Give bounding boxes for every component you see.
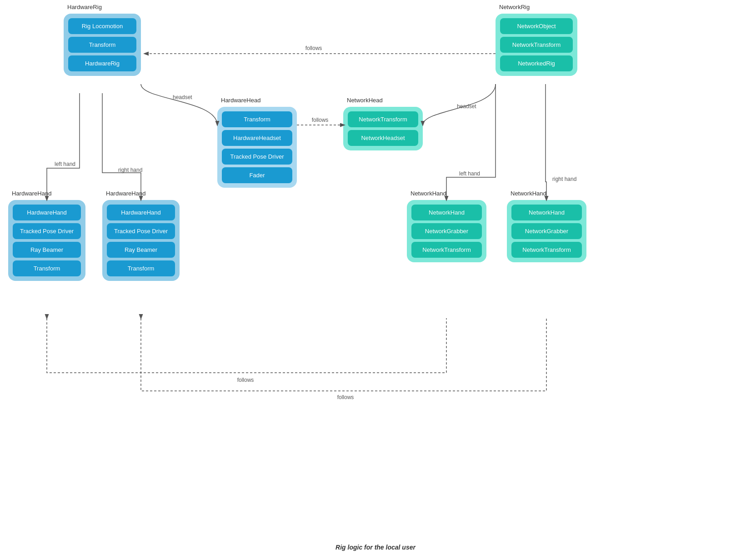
network-hand-left-label: NetworkHand (411, 190, 446, 197)
hw-hand-left-card-3: Ray Beamer (13, 242, 81, 258)
headset-label-2: headset (457, 103, 476, 110)
net-rig-card-1: NetworkObject (500, 18, 573, 34)
hardware-rig-group: HardwareRig Rig Locomotion Transform Har… (64, 14, 141, 76)
hardware-hand-left-label: HardwareHand (12, 190, 51, 197)
net-head-card-2: NetworkHeadset (348, 130, 418, 146)
caption: Rig logic for the local user (0, 544, 751, 551)
net-hand-left-card-3: NetworkTransform (411, 242, 482, 258)
hardware-hand-right-label: HardwareHand (106, 190, 145, 197)
net-hand-right-card-2: NetworkGrabber (511, 223, 582, 239)
network-hand-right-label: NetworkHand (511, 190, 546, 197)
hw-head-card-1: Transform (222, 111, 292, 127)
hardware-hand-left-group: HardwareHand HardwareHand Tracked Pose D… (8, 200, 85, 281)
net-hand-left-card-1: NetworkHand (411, 205, 482, 220)
hw-head-card-2: HardwareHeadset (222, 130, 292, 146)
hw-hand-left-card-1: HardwareHand (13, 205, 81, 220)
net-head-card-1: NetworkTransform (348, 111, 418, 127)
left-hand-label-1: left hand (55, 161, 75, 167)
hw-rig-card-1: Rig Locomotion (68, 18, 136, 34)
network-rig-group: NetworkRig NetworkObject NetworkTransfor… (496, 14, 577, 76)
hw-hand-right-card-2: Tracked Pose Driver (107, 223, 175, 239)
diagram-container: HardwareRig Rig Locomotion Transform Har… (0, 0, 751, 560)
net-hand-left-card-2: NetworkGrabber (411, 223, 482, 239)
hardware-head-group: HardwareHead Transform HardwareHeadset T… (217, 107, 297, 188)
hardware-hand-right-group: HardwareHand HardwareHand Tracked Pose D… (102, 200, 180, 281)
hw-rig-card-2: Transform (68, 37, 136, 53)
net-rig-card-2: NetworkTransform (500, 37, 573, 53)
network-rig-label: NetworkRig (499, 4, 530, 10)
right-hand-label-1: right hand (118, 167, 142, 173)
follows-label-2: follows (312, 117, 329, 123)
hw-hand-left-card-2: Tracked Pose Driver (13, 223, 81, 239)
hw-hand-right-card-1: HardwareHand (107, 205, 175, 220)
hw-hand-right-card-4: Transform (107, 260, 175, 276)
hardware-rig-label: HardwareRig (67, 4, 102, 10)
follows-label-4: follows (337, 394, 354, 400)
network-hand-right-group: NetworkHand NetworkHand NetworkGrabber N… (507, 200, 586, 262)
network-head-group: NetworkHead NetworkTransform NetworkHead… (343, 107, 423, 150)
hw-head-card-4: Fader (222, 167, 292, 183)
hardware-head-label: HardwareHead (221, 97, 260, 104)
network-head-label: NetworkHead (347, 97, 383, 104)
hw-hand-left-card-4: Transform (13, 260, 81, 276)
right-hand-label-2: right hand (552, 176, 576, 182)
network-hand-left-group: NetworkHand NetworkHand NetworkGrabber N… (407, 200, 486, 262)
net-rig-card-3: NetworkedRig (500, 55, 573, 71)
hw-head-card-3: Tracked Pose Driver (222, 149, 292, 165)
follows-label-1: follows (305, 45, 322, 51)
follows-label-3: follows (237, 377, 254, 383)
hw-hand-right-card-3: Ray Beamer (107, 242, 175, 258)
net-hand-right-card-1: NetworkHand (511, 205, 582, 220)
headset-label-1: headset (173, 94, 192, 100)
net-hand-right-card-3: NetworkTransform (511, 242, 582, 258)
hw-rig-card-3: HardwareRig (68, 55, 136, 71)
left-hand-label-2: left hand (459, 170, 480, 177)
